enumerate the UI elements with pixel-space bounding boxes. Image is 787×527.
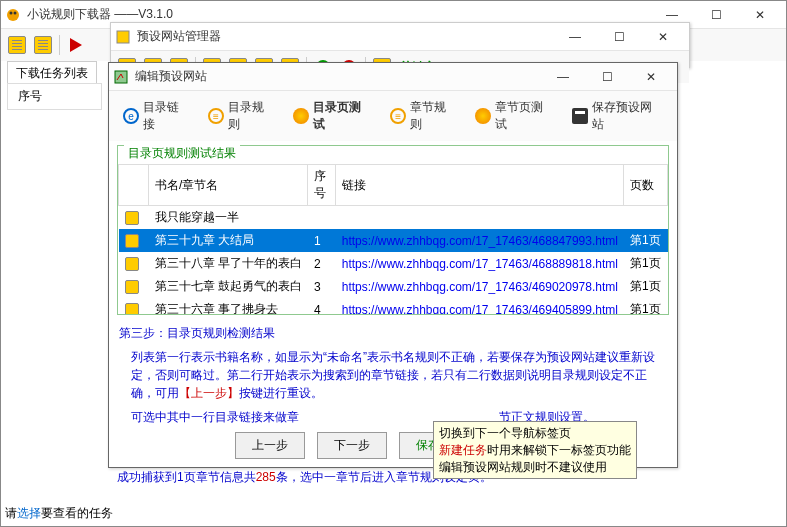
pm-titlebar: 预设网站管理器 — ☐ ✕ xyxy=(111,23,689,51)
ep-icon xyxy=(113,69,129,85)
svg-rect-3 xyxy=(117,31,129,43)
tab-dir-rule[interactable]: ≡目录规则 xyxy=(200,95,283,137)
toolbar-btn-1[interactable] xyxy=(5,33,29,57)
row-icon xyxy=(125,303,139,314)
task-list-tab[interactable]: 下载任务列表 xyxy=(7,61,97,85)
ep-minimize-button[interactable]: — xyxy=(541,63,585,91)
pm-minimize-button[interactable]: — xyxy=(553,23,597,51)
tab-chap-test[interactable]: 章节页测试 xyxy=(467,95,562,137)
ep-title: 编辑预设网站 xyxy=(135,68,541,85)
result-table-wrap[interactable]: 书名/章节名 序号 链接 页数 我只能穿越一半第三十九章 大结局1https:/… xyxy=(118,164,668,314)
cell-page: 第1页 xyxy=(624,229,668,252)
cell-page: 第1页 xyxy=(624,252,668,275)
cell-seq: 2 xyxy=(308,252,336,275)
result-group: 目录页规则测试结果 书名/章节名 序号 链接 页数 我只能穿越一半第三十九章 大… xyxy=(117,145,669,315)
ep-titlebar: 编辑预设网站 — ☐ ✕ xyxy=(109,63,677,91)
table-row[interactable]: 第三十六章 事了拂身去4https://www.zhhbqg.com/17_17… xyxy=(119,298,668,314)
ep-window-controls: — ☐ ✕ xyxy=(541,63,673,91)
svg-point-1 xyxy=(10,11,13,14)
result-table: 书名/章节名 序号 链接 页数 我只能穿越一半第三十九章 大结局1https:/… xyxy=(118,164,668,314)
pm-close-button[interactable]: ✕ xyxy=(641,23,685,51)
tooltip: 切换到下一个导航标签页 新建任务时用来解锁下一标签页功能 编辑预设网站规则时不建… xyxy=(433,421,637,479)
cell-page: 第1页 xyxy=(624,298,668,314)
row-icon xyxy=(125,211,139,225)
seq-tab[interactable]: 序号 xyxy=(7,83,102,110)
edit-preset-window: 编辑预设网站 — ☐ ✕ e目录链接 ≡目录规则 目录页测试 ≡章节规则 章节页… xyxy=(108,62,678,468)
table-row[interactable]: 第三十八章 早了十年的表白2https://www.zhhbqg.com/17_… xyxy=(119,252,668,275)
step3-label: 第三步：目录页规则检测结果 xyxy=(109,319,677,348)
tab-dir-test[interactable]: 目录页测试 xyxy=(285,95,380,137)
pm-title: 预设网站管理器 xyxy=(137,28,553,45)
app-icon xyxy=(5,7,21,23)
toolbar-play-button[interactable] xyxy=(64,33,88,57)
toolbar-btn-2[interactable] xyxy=(31,33,55,57)
col-link[interactable]: 链接 xyxy=(336,165,624,206)
svg-rect-4 xyxy=(115,71,127,83)
cell-page: 第1页 xyxy=(624,275,668,298)
ep-tabbar: e目录链接 ≡目录规则 目录页测试 ≡章节规则 章节页测试 保存预设网站 xyxy=(109,91,677,141)
tab-dir-link[interactable]: e目录链接 xyxy=(115,95,198,137)
tab-save-preset[interactable]: 保存预设网站 xyxy=(564,95,671,137)
tab-chap-rule[interactable]: ≡章节规则 xyxy=(382,95,465,137)
save-icon xyxy=(572,108,588,124)
table-row[interactable]: 我只能穿越一半 xyxy=(119,206,668,230)
svg-point-2 xyxy=(14,11,17,14)
group-title: 目录页规则测试结果 xyxy=(124,143,240,164)
cell-seq: 4 xyxy=(308,298,336,314)
close-button[interactable]: ✕ xyxy=(738,1,782,29)
ep-maximize-button[interactable]: ☐ xyxy=(585,63,629,91)
prev-button[interactable]: 上一步 xyxy=(235,432,305,459)
cell-seq: 1 xyxy=(308,229,336,252)
cell-title: 我只能穿越一半 xyxy=(149,206,308,230)
cell-title: 第三十七章 鼓起勇气的表白 xyxy=(149,275,308,298)
pm-icon xyxy=(115,29,131,45)
svg-point-0 xyxy=(7,9,19,21)
table-row[interactable]: 第三十七章 鼓起勇气的表白3https://www.zhhbqg.com/17_… xyxy=(119,275,668,298)
maximize-button[interactable]: ☐ xyxy=(694,1,738,29)
col-seq[interactable]: 序号 xyxy=(308,165,336,206)
ep-close-button[interactable]: ✕ xyxy=(629,63,673,91)
cell-page xyxy=(624,206,668,230)
main-title: 小说规则下载器 ——V3.1.0 xyxy=(27,6,650,23)
status-bar: 请选择要查看的任务 xyxy=(5,505,113,522)
row-icon xyxy=(125,234,139,248)
pm-window-controls: — ☐ ✕ xyxy=(553,23,685,51)
cell-link xyxy=(336,206,624,230)
separator xyxy=(59,35,60,55)
cell-link: https://www.zhhbqg.com/17_17463/46902097… xyxy=(336,275,624,298)
cell-seq: 3 xyxy=(308,275,336,298)
col-title[interactable]: 书名/章节名 xyxy=(149,165,308,206)
row-icon xyxy=(125,280,139,294)
instructions: 列表第一行表示书籍名称，如显示为“未命名”表示书名规则不正确，若要保存为预设网站… xyxy=(109,348,677,402)
next-button[interactable]: 下一步 xyxy=(317,432,387,459)
pm-maximize-button[interactable]: ☐ xyxy=(597,23,641,51)
cell-title: 第三十六章 事了拂身去 xyxy=(149,298,308,314)
cell-title: 第三十九章 大结局 xyxy=(149,229,308,252)
col-page[interactable]: 页数 xyxy=(624,165,668,206)
cell-link: https://www.zhhbqg.com/17_17463/46888981… xyxy=(336,252,624,275)
cell-seq xyxy=(308,206,336,230)
cell-link: https://www.zhhbqg.com/17_17463/46940589… xyxy=(336,298,624,314)
row-icon xyxy=(125,257,139,271)
cell-link: https://www.zhhbqg.com/17_17463/46884799… xyxy=(336,229,624,252)
table-row[interactable]: 第三十九章 大结局1https://www.zhhbqg.com/17_1746… xyxy=(119,229,668,252)
cell-title: 第三十八章 早了十年的表白 xyxy=(149,252,308,275)
